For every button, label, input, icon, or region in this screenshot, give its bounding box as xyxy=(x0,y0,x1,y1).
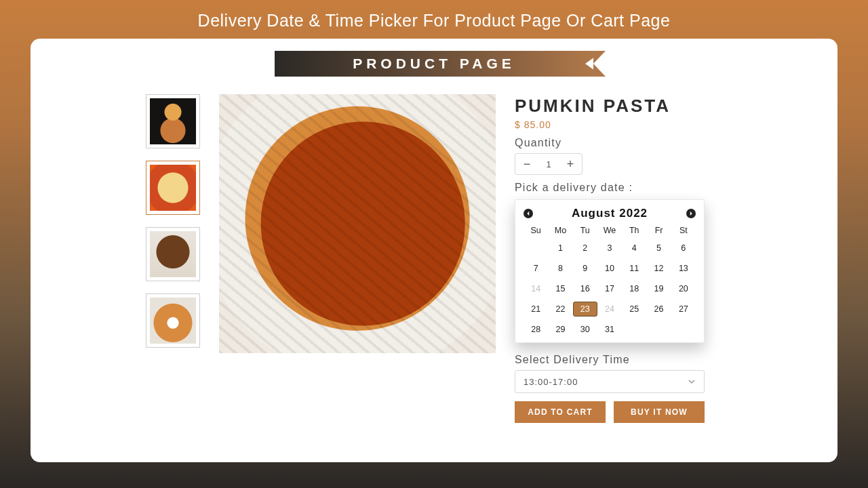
product-price: $ 85.00 xyxy=(515,119,810,130)
delivery-time-value: 13:00-17:00 xyxy=(524,377,578,387)
calendar-day xyxy=(524,241,548,256)
product-card: PRODUCT PAGE PUMKIN PASTA $ 85.00 Quanti… xyxy=(31,39,837,462)
calendar-day[interactable]: 7 xyxy=(524,261,548,276)
calendar-day: 14 xyxy=(524,281,548,296)
chevron-left-icon xyxy=(526,211,531,216)
thumbnail-list xyxy=(58,94,200,423)
calendar-day[interactable]: 2 xyxy=(573,241,597,256)
calendar-dow: We xyxy=(597,226,622,235)
chevron-down-icon xyxy=(688,378,696,386)
calendar-dow: Th xyxy=(622,226,646,235)
calendar-day[interactable]: 25 xyxy=(622,302,646,317)
thumb-image xyxy=(150,98,196,144)
calendar-day[interactable]: 22 xyxy=(548,302,572,317)
buy-it-now-button[interactable]: BUY IT NOW xyxy=(614,401,705,423)
chevron-right-icon xyxy=(688,211,694,216)
calendar-day xyxy=(622,322,646,337)
quantity-label: Quantity xyxy=(515,137,810,149)
delivery-time-label: Select Delivery Time xyxy=(515,354,810,366)
product-main-image xyxy=(219,94,496,353)
thumb-image xyxy=(150,165,196,211)
qty-increase-button[interactable]: + xyxy=(559,157,582,171)
calendar-day[interactable]: 6 xyxy=(671,241,696,256)
page-title: Delivery Date & Time Picker For Product … xyxy=(0,0,868,39)
calendar-day[interactable]: 23 xyxy=(573,302,597,317)
calendar-day[interactable]: 1 xyxy=(548,241,572,256)
calendar-day[interactable]: 28 xyxy=(524,322,548,337)
thumb-image xyxy=(150,298,196,344)
calendar-day: 24 xyxy=(597,302,622,317)
calendar-day[interactable]: 17 xyxy=(597,281,622,296)
qty-value: 1 xyxy=(538,159,559,169)
calendar-dow: Su xyxy=(524,226,548,235)
ribbon-label: PRODUCT PAGE xyxy=(353,56,515,72)
calendar-day[interactable]: 30 xyxy=(573,322,597,337)
calendar-dow: Mo xyxy=(548,226,572,235)
calendar-day[interactable]: 20 xyxy=(671,281,696,296)
qty-decrease-button[interactable]: − xyxy=(515,157,538,171)
calendar-day[interactable]: 3 xyxy=(597,241,622,256)
thumbnail[interactable] xyxy=(146,94,200,148)
calendar-day[interactable]: 16 xyxy=(573,281,597,296)
calendar-day[interactable]: 18 xyxy=(622,281,646,296)
calendar-day[interactable]: 4 xyxy=(622,241,646,256)
section-ribbon: PRODUCT PAGE xyxy=(275,51,593,77)
calendar-next-button[interactable] xyxy=(686,209,696,218)
calendar-dow: Fr xyxy=(646,226,671,235)
thumb-image xyxy=(150,231,196,277)
thumbnail[interactable] xyxy=(146,227,200,281)
calendar-day[interactable]: 27 xyxy=(671,302,696,317)
quantity-stepper: − 1 + xyxy=(515,153,583,175)
calendar-day[interactable]: 15 xyxy=(548,281,572,296)
thumbnail[interactable] xyxy=(146,293,200,348)
thumbnail[interactable] xyxy=(146,161,200,215)
product-title: PUMKIN PASTA xyxy=(515,96,810,117)
calendar-day[interactable]: 29 xyxy=(548,322,572,337)
calendar-day[interactable]: 8 xyxy=(548,261,572,276)
calendar-day[interactable]: 21 xyxy=(524,302,548,317)
delivery-date-label: Pick a delivery date : xyxy=(515,182,810,194)
calendar-day[interactable]: 11 xyxy=(622,261,646,276)
calendar-day[interactable]: 26 xyxy=(646,302,671,317)
add-to-cart-button[interactable]: ADD TO CART xyxy=(515,401,606,423)
delivery-time-select[interactable]: 13:00-17:00 xyxy=(515,370,705,393)
calendar-month-label: August 2022 xyxy=(572,207,648,220)
calendar-day xyxy=(671,322,696,337)
calendar-day[interactable]: 31 xyxy=(597,322,622,337)
product-details: PUMKIN PASTA $ 85.00 Quantity − 1 + Pick… xyxy=(515,94,810,423)
calendar-day[interactable]: 13 xyxy=(671,261,696,276)
calendar-prev-button[interactable] xyxy=(524,209,533,218)
calendar-dow: Tu xyxy=(573,226,597,235)
calendar-day xyxy=(646,322,671,337)
calendar-dow: St xyxy=(671,226,696,235)
calendar-day[interactable]: 5 xyxy=(646,241,671,256)
calendar-day[interactable]: 10 xyxy=(597,261,622,276)
calendar-day[interactable]: 9 xyxy=(573,261,597,276)
calendar-day[interactable]: 19 xyxy=(646,281,671,296)
calendar-day[interactable]: 12 xyxy=(646,261,671,276)
calendar: August 2022 SuMoTuWeThFrSt12345678910111… xyxy=(515,199,705,343)
